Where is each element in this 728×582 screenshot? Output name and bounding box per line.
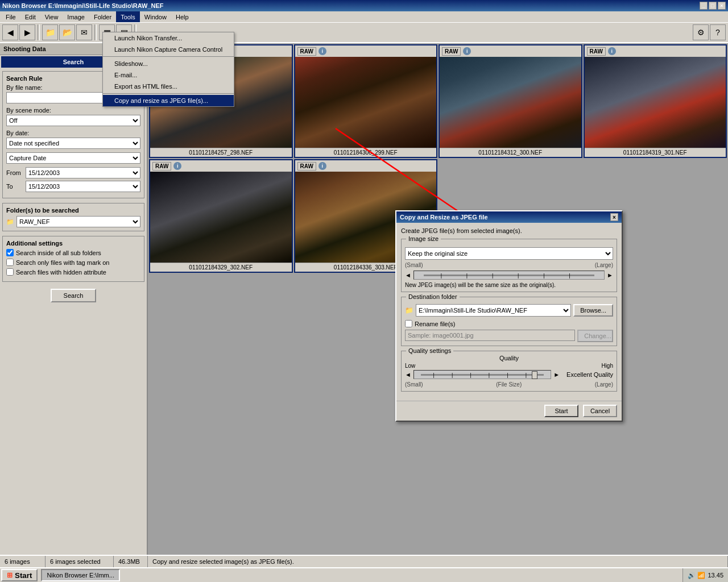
folder-select[interactable]: RAW_NEF — [16, 216, 140, 227]
checkbox-tagmark-label: Search only files with tag mark on — [16, 259, 109, 266]
capture-date-select[interactable]: Capture Date — [6, 152, 140, 164]
toolbar-sep2 — [94, 24, 97, 40]
quality-left-arrow[interactable]: ◄ — [405, 371, 411, 378]
tools-dropdown-menu: Launch Nikon Transfer... Launch Nikon Ca… — [102, 32, 234, 107]
menu-slideshow[interactable]: Slideshow... — [103, 58, 234, 69]
sample-filename-input — [405, 330, 575, 341]
forward-button[interactable]: ▶ — [19, 24, 35, 40]
menu-sep1 — [103, 56, 234, 57]
thumb-img-2 — [295, 57, 437, 148]
scene-mode-select[interactable]: Off — [6, 115, 140, 126]
back-button[interactable]: ◀ — [2, 24, 18, 40]
info-icon-3[interactable]: i — [463, 47, 471, 55]
file-size-label: (File Size) — [496, 381, 522, 388]
checkbox-tagmark[interactable] — [6, 259, 14, 266]
raw-badge-5: RAW — [152, 162, 171, 171]
menu-help[interactable]: Help — [171, 11, 193, 22]
thumbnail-5[interactable]: RAW i 011012184329_302.NEF — [149, 159, 293, 273]
quality-settings-title: Quality settings — [406, 347, 453, 354]
folder-button[interactable]: 📁 — [42, 24, 58, 40]
checkbox-tagmark-row: Search only files with tag mark on — [6, 259, 140, 266]
dialog-close-button[interactable]: × — [610, 213, 618, 221]
menu-copy-resize[interactable]: Copy and resize as JPEG file(s)... — [103, 95, 234, 106]
start-button[interactable]: Start — [544, 405, 578, 417]
change-button: Change... — [577, 330, 613, 342]
help-button[interactable]: ? — [710, 24, 726, 40]
rename-label: Rename file(s) — [415, 321, 456, 327]
maximize-button[interactable]: □ — [709, 2, 717, 10]
title-bar-buttons[interactable]: _ □ × — [700, 2, 726, 10]
quality-right-arrow[interactable]: ► — [553, 371, 560, 378]
to-label: To — [6, 183, 23, 190]
status-total: 6 images — [0, 556, 46, 567]
menu-view[interactable]: View — [40, 11, 63, 22]
menu-window[interactable]: Window — [140, 11, 171, 22]
email-button[interactable]: ✉ — [76, 24, 92, 40]
quality-slider-row: ◄ | | | | | | ► Excellent Quality — [405, 370, 613, 379]
menu-bar: File Edit View Image Folder Tools Window… — [0, 11, 728, 23]
quality-level-labels: Low High — [405, 363, 613, 369]
info-icon-4[interactable]: i — [608, 47, 616, 55]
large-size-label: (Large) — [595, 381, 613, 388]
folder-row: 📁 E:\Immagini\Still-Life Studio\RAW_NEF … — [405, 304, 613, 317]
title-bar: Nikon Browser E:\Immagini\Still-Life Stu… — [0, 0, 728, 11]
info-icon-2[interactable]: i — [318, 47, 326, 55]
minimize-button[interactable]: _ — [700, 2, 708, 10]
slider-right-arrow[interactable]: ► — [607, 272, 613, 278]
raw-badge-6: RAW — [297, 162, 316, 171]
folder-up-button[interactable]: 📂 — [59, 24, 75, 40]
menu-edit[interactable]: Edit — [20, 11, 40, 22]
menu-email[interactable]: E-mail... — [103, 69, 234, 81]
info-icon-6[interactable]: i — [318, 162, 326, 170]
date-select[interactable]: Date not specified — [6, 138, 140, 149]
menu-export-html[interactable]: Export as HTML files... — [103, 81, 234, 92]
status-selected: 6 images selected — [46, 556, 114, 567]
thumb-filename-2: 011012184306_299.NEF — [295, 148, 437, 157]
menu-tools[interactable]: Tools — [116, 11, 140, 22]
size-labels-row: (Small) (File Size) (Large) — [405, 381, 613, 388]
thumb-filename-1: 011012184257_298.NEF — [150, 148, 292, 157]
low-label: Low — [405, 363, 415, 369]
menu-folder[interactable]: Folder — [89, 11, 116, 22]
browse-button[interactable]: Browse... — [573, 304, 613, 317]
thumbnail-4[interactable]: RAW i 011012184319_301.NEF — [584, 44, 727, 158]
status-message: Copy and resize selected image(s) as JPE… — [148, 556, 728, 567]
menu-image[interactable]: Image — [63, 11, 89, 22]
close-button[interactable]: × — [718, 2, 726, 10]
menu-launch-capture[interactable]: Launch Nikon Capture Camera Control — [103, 44, 234, 55]
image-size-title: Image size — [406, 235, 441, 242]
start-button[interactable]: ⊞ Start — [1, 569, 38, 581]
menu-launch-transfer[interactable]: Launch Nikon Transfer... — [103, 32, 234, 44]
info-icon-5[interactable]: i — [173, 162, 181, 170]
thumb-header-6: RAW i — [295, 160, 437, 172]
destination-folder-select[interactable]: E:\Immagini\Still-Life Studio\RAW_NEF — [416, 304, 571, 317]
large-label: (Large) — [595, 262, 613, 268]
checkbox-hidden-label: Search files with hidden attribute — [16, 269, 106, 276]
folders-title: Folder(s) to be searched — [6, 207, 140, 214]
thumb-img-3 — [440, 57, 581, 148]
thumb-filename-5: 011012184329_302.NEF — [150, 263, 292, 272]
search-button[interactable]: Search — [51, 289, 96, 302]
taskbar: ⊞ Start Nikon Browser E:\Imm... 🔊 📶 13.4… — [0, 567, 728, 582]
additional-settings-section: Additional settings Search inside of all… — [2, 236, 144, 282]
date-label: By date: — [6, 130, 140, 136]
image-size-select[interactable]: Keep the original size 640 x 480 800 x 6… — [405, 247, 613, 260]
from-date-select[interactable]: 15/12/2003 — [26, 167, 140, 178]
checkbox-subfolder-label: Search inside of all sub folders — [16, 250, 101, 256]
status-filesize: 46.3MB — [114, 556, 148, 567]
settings-button[interactable]: ⚙ — [693, 24, 709, 40]
to-date-row: To 15/12/2003 — [6, 181, 140, 192]
menu-sep2 — [103, 93, 234, 94]
checkbox-hidden[interactable] — [6, 268, 14, 276]
taskbar-nikon-browser[interactable]: Nikon Browser E:\Imm... — [41, 569, 120, 581]
dialog-title-text: Copy and Resize as JPEG file — [400, 214, 488, 221]
checkbox-subfolder[interactable] — [6, 249, 14, 256]
slider-left-arrow[interactable]: ◄ — [405, 272, 411, 278]
thumbnail-2[interactable]: RAW i 011012184306_299.NEF — [294, 44, 438, 158]
thumbnail-3[interactable]: RAW i 011012184312_300.NEF — [439, 44, 582, 158]
cancel-button[interactable]: Cancel — [583, 405, 617, 417]
to-date-select[interactable]: 15/12/2003 — [26, 181, 140, 192]
menu-file[interactable]: File — [1, 11, 20, 22]
rename-checkbox[interactable] — [405, 320, 412, 327]
tray-icons: 🔊 📶 — [688, 572, 705, 579]
